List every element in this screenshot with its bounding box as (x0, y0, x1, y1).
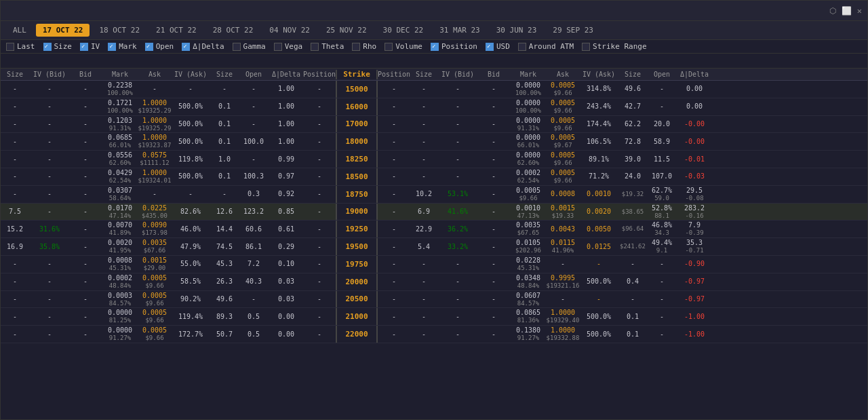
filter-around-atm-checkbox[interactable] (518, 43, 526, 51)
table-cell: - (238, 98, 269, 115)
filter-last[interactable]: Last (6, 42, 35, 51)
close-icon[interactable]: ✕ (857, 6, 862, 16)
table-row[interactable]: 15.231.6%-0.007041.89%0.0090$173.9846.0%… (1, 221, 867, 238)
tab-25nov22[interactable]: 25 NOV 22 (319, 24, 374, 37)
table-cell: 0.0005$9.66 (139, 273, 170, 290)
filter-delta[interactable]: Δ|Delta (182, 42, 224, 51)
table-row[interactable]: ---0.068566.01%1.0000$19323.87500.0%0.11… (1, 133, 867, 151)
table-cell: 0.068566.01% (101, 133, 139, 150)
filter-theta-checkbox[interactable] (311, 43, 319, 51)
table-row[interactable]: ---0.1721100.00%1.0000$19325.29500.0%0.1… (1, 98, 867, 116)
table-cell: 107.0 (646, 168, 677, 185)
table-cell: $241.62 (619, 238, 646, 255)
table-cell: - (478, 256, 509, 273)
table-row[interactable]: ---0.055662.60%0.0575$1111.12119.8%1.0-0… (1, 151, 867, 168)
table-row[interactable]: ---0.042962.54%1.0000$19324.01500.0%0.11… (1, 168, 867, 186)
filter-mark[interactable]: Mark (108, 42, 137, 51)
table-cell: - (478, 273, 509, 290)
table-cell: 0.00 (269, 308, 303, 325)
filter-volume[interactable]: Volume (384, 42, 422, 51)
tab-21oct22[interactable]: 21 OCT 22 (149, 24, 203, 37)
filter-last-checkbox[interactable] (6, 43, 14, 51)
tab-31mar23[interactable]: 31 MAR 23 (433, 24, 487, 37)
table-cell: 49.6 (211, 291, 238, 308)
filter-vega[interactable]: Vega (274, 42, 303, 51)
col-puts-size: Size (410, 70, 437, 79)
tab-30jun23[interactable]: 30 JUN 23 (490, 24, 544, 37)
filter-strike-range-label: Strike Range (593, 42, 646, 51)
table-cell: - (170, 186, 211, 203)
filter-around-atm[interactable]: Around ATM (518, 42, 574, 51)
table-cell: 0.5 (238, 326, 269, 343)
filter-bar: Last Size IV Mark Open Δ|Delta Gamma Ve (1, 40, 867, 54)
table-cell: 0.0005$9.66 (509, 186, 547, 203)
table-row[interactable]: 7.5--0.017047.14%0.0225$435.0082.6%12.61… (1, 204, 867, 221)
table-cell: 1.0000$19325.29 (139, 98, 170, 115)
table-cell: 40.3 (238, 273, 269, 290)
table-cell: - (70, 326, 101, 343)
table-cell: 14.4 (211, 221, 238, 237)
table-row[interactable]: ---0.000091.27%0.0005$9.66172.7%50.70.50… (1, 326, 867, 343)
filter-iv[interactable]: IV (80, 42, 100, 51)
filter-rho-checkbox[interactable] (352, 43, 360, 51)
table-cell: - (1, 308, 29, 325)
filter-open-checkbox[interactable] (145, 43, 153, 51)
tab-all[interactable]: ALL (6, 24, 33, 37)
filter-theta[interactable]: Theta (311, 42, 344, 51)
filter-iv-checkbox[interactable] (80, 43, 88, 51)
table-row[interactable]: ---0.000248.84%0.0005$9.6658.5%26.340.30… (1, 273, 867, 291)
table-cell: 0.011541.96% (547, 238, 578, 255)
table-row[interactable]: ---0.030758.64%---0.30.92-18750-10.253.1… (1, 186, 867, 204)
tab-29sep23[interactable]: 29 SEP 23 (546, 24, 600, 37)
tab-30dec22[interactable]: 30 DEC 22 (376, 24, 431, 37)
filter-delta-checkbox[interactable] (182, 43, 190, 51)
filter-usd[interactable]: USD (486, 42, 510, 51)
filter-vega-checkbox[interactable] (274, 43, 282, 51)
table-cell: - (29, 151, 70, 168)
table-cell: - (1, 81, 29, 98)
filter-gamma-checkbox[interactable] (233, 43, 241, 51)
table-cell: 0.000384.57% (101, 291, 139, 308)
maximize-icon[interactable]: ⬜ (842, 6, 852, 16)
tab-18oct22[interactable]: 18 OCT 22 (92, 24, 146, 37)
filter-position[interactable]: Position (431, 42, 477, 51)
table-cell: - (303, 308, 337, 325)
table-cell: 0.120391.31% (101, 116, 139, 133)
col-puts-delta: Δ|Delta (677, 70, 711, 79)
filter-open[interactable]: Open (145, 42, 174, 51)
table-row[interactable]: ---0.000384.57%0.0005$9.6690.2%49.6-0.03… (1, 291, 867, 309)
filter-position-checkbox[interactable] (431, 43, 439, 51)
table-cell: 0.0010 (578, 186, 619, 203)
table-cell: 58.9 (646, 133, 677, 150)
table-row[interactable]: ---0.000081.25%0.0005$9.66119.4%89.30.50… (1, 308, 867, 326)
table-cell: - (376, 133, 410, 150)
tab-28oct22[interactable]: 28 OCT 22 (206, 24, 260, 37)
table-cell: - (303, 116, 337, 133)
filter-size[interactable]: Size (43, 42, 73, 51)
table-cell: - (619, 291, 646, 308)
settings-icon[interactable]: ⬡ (829, 6, 836, 16)
filter-rho[interactable]: Rho (352, 42, 376, 51)
table-cell: - (29, 308, 70, 325)
filter-usd-checkbox[interactable] (486, 43, 494, 51)
table-cell: 0.0005$9.66 (139, 308, 170, 325)
table-cell: - (478, 221, 509, 237)
tab-04nov22[interactable]: 04 NOV 22 (262, 24, 317, 37)
table-cell: - (211, 186, 238, 203)
table-row[interactable]: ---0.120391.31%1.0000$19325.29500.0%0.1-… (1, 116, 867, 134)
tab-bar: ALL 17 OCT 22 18 OCT 22 21 OCT 22 28 OCT… (1, 21, 867, 40)
filter-size-checkbox[interactable] (43, 43, 52, 51)
table-cell: 6.9 (410, 204, 437, 221)
table-row[interactable]: ---0.000845.31%0.0015$29.0055.0%45.37.20… (1, 256, 867, 273)
filter-volume-checkbox[interactable] (384, 43, 393, 51)
filter-mark-checkbox[interactable] (108, 43, 116, 51)
table-row[interactable]: 16.935.8%-0.002041.95%0.0035$67.6647.9%7… (1, 238, 867, 256)
filter-strike-range[interactable]: Strike Range (582, 42, 646, 51)
filter-gamma[interactable]: Gamma (233, 42, 266, 51)
table-row[interactable]: ---0.2238100.00%----1.00-15000----0.0000… (1, 81, 867, 98)
table-cell: - (1, 326, 29, 343)
filter-strike-range-checkbox[interactable] (582, 43, 590, 51)
tab-17oct22[interactable]: 17 OCT 22 (36, 24, 90, 37)
table-cell: - (478, 291, 509, 308)
table-cell: 1.0000$19332.88 (547, 326, 578, 343)
